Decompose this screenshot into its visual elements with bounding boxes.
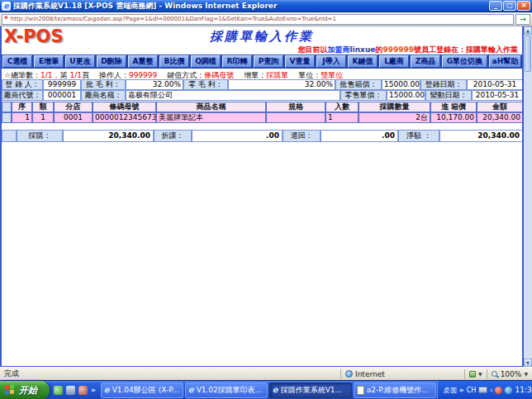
shield-icon — [469, 371, 476, 378]
taskbar-item-repair-serial[interactable]: a2-P.維修機號作... — [354, 382, 436, 398]
minimize-button[interactable]: _ — [489, 1, 502, 11]
chevron-right-icon[interactable]: » — [91, 386, 96, 394]
browser-viewport: X-POS 採購單輸入作業 您目前以加盟商linxue的999999號員工登錄在… — [0, 26, 532, 367]
detail-grid: 序 類 分店 條碼母號 商品名稱 規格 入數 採購數量 進 箱價 金額 1 1 … — [2, 102, 522, 123]
row-selector — [2, 112, 12, 123]
wholesale-margin-field[interactable]: 32.00% — [126, 79, 183, 90]
net-total-field[interactable]: 20,340.00 — [439, 130, 523, 142]
magnifier-icon — [492, 371, 498, 378]
toolbar-button-key-value[interactable]: K鍵值 — [348, 55, 378, 68]
document-icon — [357, 386, 364, 395]
return-total-field[interactable]: .00 — [321, 130, 398, 142]
quick-launch: » — [50, 386, 100, 395]
retail-margin-field[interactable]: 32.00% — [228, 79, 335, 90]
quick-launch-icon-1[interactable] — [54, 386, 63, 395]
total-records: 1/1， — [40, 71, 59, 79]
language-indicator[interactable]: CH — [467, 387, 477, 394]
tray-app-icon-blue[interactable] — [505, 387, 512, 394]
caret-down-icon: ▼ — [524, 371, 528, 377]
desktop-toolbar-label[interactable]: 桌面 — [444, 386, 457, 395]
toolbar-button-refresh[interactable]: A重整 — [128, 55, 158, 68]
address-input[interactable]: * http://win2008/te/amass/Caigodan.asp?P… — [2, 14, 514, 25]
page-title: 採購單輸入作業 — [2, 29, 522, 45]
retail-unit-price-field[interactable]: 15000.00 — [387, 90, 425, 101]
xpos-page: X-POS 採購單輸入作業 您目前以加盟商linxue的999999號員工登錄在… — [0, 26, 524, 367]
franchise-label: 加盟商 — [328, 45, 350, 54]
maximize-button[interactable]: □ — [503, 1, 516, 11]
taskbar-item-purchase-system-active[interactable]: e 採購作業系統V1... — [269, 382, 352, 398]
form-row-1: 登 錄 人： 999999 批 毛 利： 32.00% 零 毛 利： 32.00… — [2, 79, 522, 90]
toolbar: C選檔 E增筆 U更改 D刪除 A重整 B比價 Q調檔 R印轉 P查詢 V查量 … — [2, 55, 522, 69]
toolbar-button-load-file[interactable]: Q調檔 — [191, 55, 221, 68]
discount-total-field[interactable]: .00 — [192, 130, 283, 142]
modify-date-field[interactable]: 2010-05-31 — [472, 90, 523, 101]
start-button[interactable]: 开始 — [0, 381, 50, 399]
purchase-total-field[interactable]: 20,340.00 — [63, 130, 154, 142]
toolbar-button-product[interactable]: Z商品 — [411, 55, 440, 68]
tray-app-icon-red[interactable] — [495, 387, 502, 394]
site-favicon-icon: * — [4, 16, 8, 23]
toolbar-button-help[interactable]: aH幫助 — [489, 55, 521, 68]
vendor-code-field[interactable]: 000001 — [43, 90, 81, 101]
toolbar-button-select-file[interactable]: C選檔 — [2, 55, 32, 68]
chevron-left-icon[interactable]: ‹ — [490, 387, 492, 394]
taskbar-item-office-area[interactable]: e V1.04辦公區 (X-P... — [101, 382, 183, 398]
unit-mode: 雙單位 — [321, 71, 343, 79]
security-zone-pane[interactable]: Internet — [340, 369, 464, 379]
ie-window: e 採購作業系統V1.18 [X-POS 雲端商務網] - Windows In… — [0, 0, 532, 399]
taskbar-clock[interactable]: 11:34 — [515, 386, 532, 394]
zoom-control[interactable]: 100% ▼ — [487, 369, 532, 379]
address-bar: * http://win2008/te/amass/Caigodan.asp?P… — [0, 12, 532, 26]
wholesale-box-price-field[interactable]: 15000.00 — [382, 79, 420, 90]
window-controls: _ □ × — [489, 1, 530, 11]
quick-launch-icon-2[interactable] — [66, 386, 75, 395]
toolbar-button-bring-in[interactable]: J帶入 — [316, 55, 346, 68]
row-selector-header — [2, 102, 12, 112]
toolbar-button-delete[interactable]: D刪除 — [97, 55, 126, 68]
ie-icon: e — [188, 386, 194, 394]
quick-launch-icon-3[interactable] — [78, 386, 88, 395]
employee-number: 999999 — [382, 45, 414, 54]
order-type: 採購單 — [266, 71, 288, 79]
close-button[interactable]: × — [517, 1, 530, 11]
protected-mode-pane[interactable]: ▼ — [464, 369, 487, 379]
toolbar-button-add-record[interactable]: E增筆 — [34, 55, 64, 68]
toolbar-button-print-transfer[interactable]: R印轉 — [222, 55, 252, 68]
system-tray: 桌面 » CH ‹ 11:34 — [437, 381, 532, 399]
totals-row: 採購： 20,340.00 折讓： .00 退回： .00 淨額 ： 20,34… — [2, 130, 522, 142]
ie-icon: e — [2, 2, 11, 11]
keyboard-icon[interactable] — [478, 387, 487, 393]
zone-label: Internet — [355, 370, 385, 378]
vertical-scrollbar[interactable]: ▲ ▼ — [524, 26, 532, 367]
ie-icon: e — [273, 386, 278, 394]
franchise-name: linxue — [350, 45, 376, 54]
taskbar: 开始 » e V1.04辦公區 (X-P... e V1.02採購單印表... … — [0, 380, 532, 399]
vendor-name-field[interactable]: 嘉极有限公司 — [126, 90, 340, 101]
entry-date-field[interactable]: 2010-05-31 — [467, 79, 523, 90]
toolbar-button-unit-switch[interactable]: G單位切換 — [442, 55, 487, 68]
toolbar-button-compare-price[interactable]: B比價 — [159, 55, 189, 68]
internet-zone-icon — [345, 370, 353, 378]
form-row-2: 廠商代號： 000001 廠商名稱： 嘉极有限公司 零售單價： 15000.00… — [2, 90, 522, 101]
page-number: 1/1 — [69, 71, 81, 79]
table-row[interactable]: 1 1 0001 0000012345673 美麗牌筆記本 1 2台 10,17… — [2, 112, 522, 123]
login-person-field[interactable]: 999999 — [43, 79, 81, 90]
toolbar-button-check-quantity[interactable]: V查量 — [285, 55, 315, 68]
toolbar-button-query[interactable]: P查詢 — [254, 55, 283, 68]
title-bar[interactable]: e 採購作業系統V1.18 [X-POS 雲端商務網] - Windows In… — [0, 0, 532, 12]
toolbar-button-vendor[interactable]: L廠商 — [379, 55, 409, 68]
go-button[interactable]: → — [515, 14, 530, 25]
operator-id: 999999 — [129, 71, 157, 79]
grid-header-row: 序 類 分店 條碼母號 商品名稱 規格 入數 採購數量 進 箱價 金額 — [2, 102, 522, 112]
scroll-up-icon[interactable]: ▲ — [524, 26, 532, 35]
login-status: 您目前以加盟商linxue的999999號員工登錄在：採購單輸入作業 — [2, 45, 522, 55]
taskbar-item-purchase-print[interactable]: e V1.02採購單印表... — [185, 382, 268, 398]
toolbar-button-modify[interactable]: U更改 — [65, 55, 95, 68]
scrollbar-thumb[interactable] — [525, 36, 531, 72]
ie-icon: e — [104, 386, 110, 394]
record-info-line: ☆總筆數：1/1，第 1/1頁操作人：999999鍵值方式：條碼母號增單：採購單… — [2, 69, 522, 79]
scrollbar-track[interactable] — [524, 73, 532, 359]
scroll-down-icon[interactable]: ▼ — [524, 359, 532, 367]
chevron-right-icon[interactable]: » — [459, 386, 464, 394]
caret-down-icon: ▼ — [478, 371, 482, 377]
